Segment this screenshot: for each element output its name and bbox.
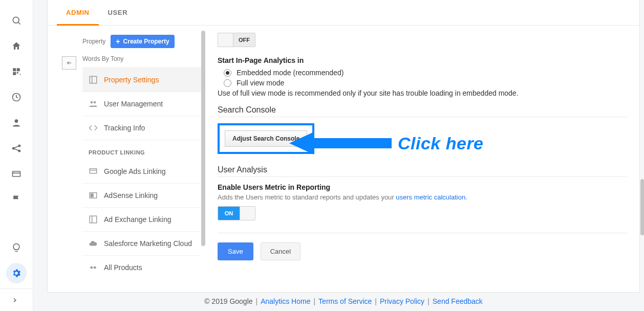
- radio-embedded-mode[interactable]: Embedded mode (recommended): [224, 69, 627, 77]
- svg-line-13: [14, 149, 18, 150]
- create-property-button[interactable]: + Create Property: [111, 35, 174, 48]
- inpage-analytics-title: Start In-Page Analytics in: [218, 56, 627, 64]
- nav-label: Tracking Info: [104, 124, 145, 132]
- discover-icon[interactable]: [6, 237, 27, 258]
- admin-tabs: ADMIN USER: [48, 0, 639, 26]
- adjust-search-console-highlight: Adjust Search Console: [218, 123, 314, 154]
- link-icon: [89, 263, 98, 272]
- users-metric-link[interactable]: users metric calculation.: [396, 193, 467, 201]
- svg-rect-21: [90, 169, 97, 173]
- home-icon[interactable]: [6, 36, 27, 56]
- svg-point-10: [18, 145, 20, 146]
- footer-feedback[interactable]: Send Feedback: [433, 297, 483, 305]
- person-icon[interactable]: [6, 113, 27, 133]
- nav-label: Google Ads Linking: [104, 167, 166, 175]
- svg-point-20: [94, 101, 96, 104]
- nav-label: User Management: [104, 100, 163, 108]
- svg-rect-27: [90, 266, 93, 269]
- footer-privacy[interactable]: Privacy Policy: [380, 297, 424, 305]
- property-name[interactable]: Words By Tony: [82, 52, 201, 68]
- ads-icon: [89, 167, 98, 176]
- flag-icon[interactable]: [6, 189, 27, 210]
- admin-gear-icon[interactable]: [6, 263, 27, 283]
- svg-point-9: [13, 147, 14, 149]
- svg-point-8: [15, 119, 18, 123]
- svg-rect-14: [13, 171, 20, 176]
- nav-user-management[interactable]: User Management: [82, 92, 201, 116]
- svg-rect-3: [17, 68, 20, 71]
- linking-nav: Google Ads Linking AdSense Linking Ad Ex…: [82, 160, 201, 279]
- enable-users-desc: Adds the Users metric to standard report…: [218, 193, 627, 201]
- attribution-icon[interactable]: [6, 138, 27, 159]
- panel-scrollbar[interactable]: [201, 31, 205, 246]
- toggle-off-label: OFF: [233, 33, 255, 47]
- svg-point-0: [13, 17, 19, 23]
- nav-ad-exchange-linking[interactable]: Ad Exchange Linking: [82, 208, 201, 232]
- svg-line-1: [18, 23, 20, 25]
- svg-rect-24: [91, 194, 94, 197]
- footer-analytics-home[interactable]: Analytics Home: [261, 297, 310, 305]
- people-icon: [89, 99, 98, 108]
- svg-point-11: [18, 150, 20, 151]
- svg-rect-28: [94, 266, 96, 269]
- plus-icon: +: [116, 38, 120, 45]
- settings-panel: OFF Start In-Page Analytics in Embedded …: [205, 26, 639, 292]
- tab-user[interactable]: USER: [99, 0, 137, 26]
- footer-copyright: © 2019 Google: [204, 297, 252, 305]
- back-button[interactable]: [62, 56, 76, 70]
- radio-icon: [224, 79, 231, 87]
- nav-salesforce-linking[interactable]: Salesforce Marketing Cloud: [82, 232, 201, 256]
- search-icon[interactable]: [6, 10, 27, 31]
- save-button[interactable]: Save: [218, 242, 253, 260]
- cloud-icon: [89, 239, 98, 248]
- card-icon[interactable]: [6, 164, 27, 184]
- adexchange-icon: [89, 215, 98, 224]
- svg-rect-2: [13, 68, 16, 71]
- nav-label: Property Settings: [104, 76, 159, 84]
- window-scrollbar[interactable]: [640, 179, 644, 235]
- tab-admin[interactable]: ADMIN: [57, 0, 99, 26]
- svg-line-12: [14, 146, 18, 148]
- settings-box-icon: [89, 75, 98, 84]
- nav-adsense-linking[interactable]: AdSense Linking: [82, 184, 201, 208]
- main-card: ADMIN USER Property + Create Property Wo…: [47, 0, 640, 293]
- user-analysis-section: User Analysis: [218, 165, 627, 177]
- toggle-on-switch[interactable]: ON: [218, 206, 255, 220]
- property-nav: Property Settings User Management Tracki…: [82, 68, 201, 140]
- svg-rect-17: [90, 76, 97, 83]
- radio-label: Embedded mode (recommended): [237, 69, 344, 77]
- dashboard-icon[interactable]: +: [6, 61, 27, 82]
- nav-tracking-info[interactable]: Tracking Info: [82, 116, 201, 140]
- cancel-button[interactable]: Cancel: [261, 242, 300, 260]
- footer-terms[interactable]: Terms of Service: [318, 297, 372, 305]
- create-property-label: Create Property: [123, 38, 169, 45]
- nav-google-ads-linking[interactable]: Google Ads Linking: [82, 160, 201, 184]
- svg-rect-5: [17, 72, 18, 74]
- radio-icon: [224, 69, 231, 77]
- inpage-hint: Use of full view mode is recommended onl…: [218, 89, 627, 97]
- property-label: Property: [82, 38, 105, 45]
- toggle-on-label: ON: [218, 207, 240, 220]
- search-console-section: Search Console: [218, 105, 627, 117]
- radio-full-view-mode[interactable]: Full view mode: [224, 79, 627, 87]
- nav-label: Salesforce Marketing Cloud: [104, 239, 192, 248]
- nav-label: AdSense Linking: [104, 191, 158, 199]
- svg-rect-4: [13, 72, 16, 75]
- code-icon: [89, 123, 98, 132]
- clock-icon[interactable]: [6, 87, 27, 107]
- property-panel: Property + Create Property Words By Tony…: [48, 26, 201, 292]
- enable-users-title: Enable Users Metric in Reporting: [218, 183, 627, 191]
- nav-all-products[interactable]: All Products: [82, 256, 201, 279]
- left-rail: +: [0, 0, 33, 311]
- adjust-search-console-button[interactable]: Adjust Search Console: [225, 130, 307, 147]
- product-linking-header: PRODUCT LINKING: [82, 140, 201, 160]
- svg-rect-25: [90, 216, 97, 223]
- svg-text:+: +: [19, 72, 21, 77]
- footer: © 2019 Google | Analytics Home | Terms o…: [47, 294, 640, 309]
- nav-property-settings[interactable]: Property Settings: [82, 68, 201, 92]
- nav-label: Ad Exchange Linking: [104, 215, 171, 224]
- adsense-icon: [89, 191, 98, 200]
- toggle-off-switch[interactable]: OFF: [218, 33, 255, 47]
- nav-label: All Products: [104, 263, 142, 272]
- collapse-icon[interactable]: [0, 288, 33, 311]
